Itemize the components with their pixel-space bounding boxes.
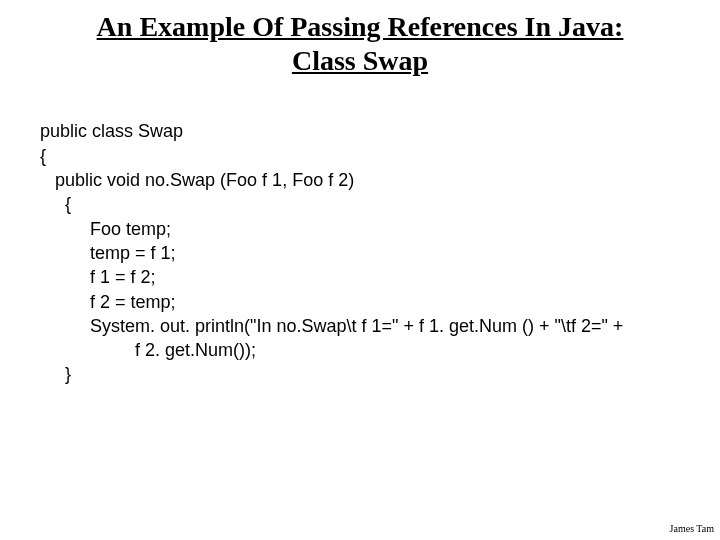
code-line: public class Swap <box>40 121 183 141</box>
slide-title: An Example Of Passing References In Java… <box>40 10 680 77</box>
footer-author: James Tam <box>670 523 714 534</box>
code-line: temp = f 1; <box>40 243 176 263</box>
code-line: f 2 = temp; <box>40 292 176 312</box>
code-line: Foo temp; <box>40 219 171 239</box>
title-line-2: Class Swap <box>292 45 428 76</box>
code-line: f 1 = f 2; <box>40 267 156 287</box>
code-line: public void no.Swap (Foo f 1, Foo f 2) <box>40 170 354 190</box>
code-line: f 2. get.Num()); <box>40 340 256 360</box>
code-line: { <box>40 194 71 214</box>
code-line: { <box>40 146 46 166</box>
code-block: public class Swap { public void no.Swap … <box>40 95 680 387</box>
code-line: System. out. println("In no.Swap\t f 1="… <box>40 316 623 336</box>
code-line: } <box>40 364 71 384</box>
slide: An Example Of Passing References In Java… <box>0 0 720 540</box>
title-line-1: An Example Of Passing References In Java… <box>97 11 624 42</box>
